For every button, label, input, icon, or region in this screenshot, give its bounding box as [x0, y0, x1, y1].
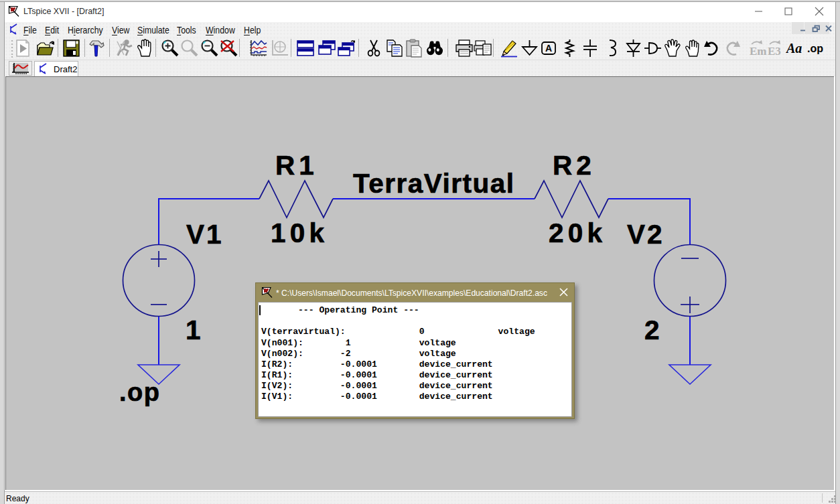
svg-text:R2: R2 [553, 150, 596, 181]
svg-text:V2: V2 [627, 219, 664, 250]
svg-text:10k: 10k [271, 218, 328, 248]
svg-text:.op: .op [807, 43, 823, 54]
svg-text:V1: V1 [186, 219, 224, 250]
svg-text:20k: 20k [549, 218, 606, 248]
svg-text:TerraVirtual: TerraVirtual [353, 168, 515, 199]
svg-text:Em: Em [750, 45, 767, 58]
svg-text:.op: .op [119, 378, 160, 406]
svg-text:1: 1 [186, 315, 202, 345]
svg-text:E3: E3 [768, 45, 781, 58]
svg-text:2: 2 [644, 315, 660, 345]
svg-text:R1: R1 [275, 150, 318, 181]
svg-text:Aa: Aa [786, 41, 802, 56]
svg-text:A: A [545, 43, 552, 54]
